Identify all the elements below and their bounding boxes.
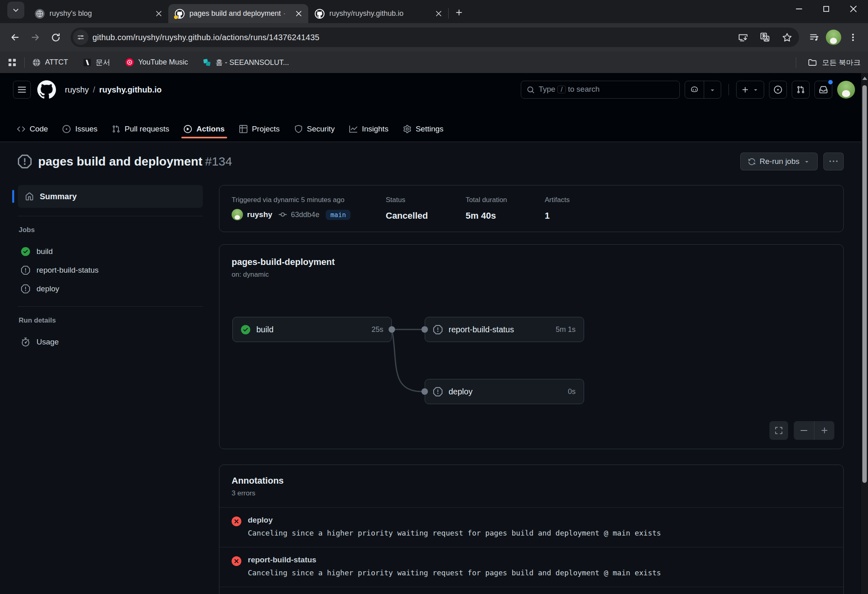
page-scrollbar[interactable] xyxy=(861,73,868,594)
workflow-graph-panel: pages-build-deployment on: dynamic build… xyxy=(219,244,844,449)
tab-strip: ruyshy's blog pages build and deployment… xyxy=(0,0,868,23)
translate-icon[interactable] xyxy=(760,32,770,43)
github-logo[interactable] xyxy=(37,80,56,99)
tab-search-button[interactable] xyxy=(7,2,24,19)
create-new-button[interactable] xyxy=(736,81,764,99)
bookmark-youtube-music[interactable]: YouTube Music xyxy=(125,58,188,67)
breadcrumb-repo[interactable]: ruyshy.github.io xyxy=(99,85,161,95)
sidebar-job-report-build-status[interactable]: report-build-status xyxy=(18,261,203,280)
bookmark-docs[interactable]: 문서 xyxy=(83,58,110,67)
actor-avatar[interactable] xyxy=(232,209,243,220)
back-button[interactable] xyxy=(6,29,24,46)
bookmark-label: 홈 - SEEANNSOLUT... xyxy=(215,58,289,67)
tab-security[interactable]: Security xyxy=(288,125,342,142)
branch-badge[interactable]: main xyxy=(326,210,350,220)
graph-node-deploy[interactable]: deploy 0s xyxy=(425,379,584,404)
run-number: #134 xyxy=(205,155,232,168)
browser-menu-icon[interactable] xyxy=(844,29,862,46)
site-info-icon[interactable] xyxy=(73,30,88,45)
forward-button[interactable] xyxy=(27,29,44,46)
apps-grid-icon[interactable] xyxy=(7,58,17,67)
artifacts-label: Artifacts xyxy=(545,196,569,204)
annotation-job-name[interactable]: deploy xyxy=(248,516,661,525)
browser-toolbar: github.com/ruyshy/ruyshy.github.io/actio… xyxy=(0,23,868,52)
bookmark-seeann-home[interactable]: 홈 - SEEANNSOLUT... xyxy=(202,58,289,67)
edge-dot xyxy=(421,326,428,333)
stop-icon xyxy=(433,325,443,334)
all-bookmarks-label: 모든 북마크 xyxy=(822,58,861,67)
url-text[interactable]: github.com/ruyshy/ruyshy.github.io/actio… xyxy=(92,33,731,42)
maximize-button[interactable] xyxy=(823,5,830,13)
tab-pages-build[interactable]: pages build and deployment· xyxy=(168,4,308,23)
sync-icon xyxy=(748,158,756,166)
new-tab-button[interactable] xyxy=(452,5,466,20)
duration-label: Total duration xyxy=(466,196,545,204)
pull-requests-header-button[interactable] xyxy=(792,81,810,99)
node-duration: 25s xyxy=(372,325,383,334)
tab-close-icon[interactable] xyxy=(294,9,303,19)
sidebar-job-deploy[interactable]: deploy xyxy=(18,280,203,298)
notifications-button[interactable] xyxy=(814,81,832,99)
graph-node-report-build-status[interactable]: report-build-status 5m 1s xyxy=(425,317,584,342)
fullscreen-button[interactable] xyxy=(769,421,788,440)
screen-full-icon xyxy=(775,426,783,435)
globe-icon xyxy=(32,58,41,67)
search-input[interactable]: Type / to search xyxy=(521,81,680,99)
tab-actions[interactable]: Actions xyxy=(177,125,231,142)
plus-icon xyxy=(821,426,829,435)
reload-button[interactable] xyxy=(47,29,64,46)
address-bar[interactable]: github.com/ruyshy/ruyshy.github.io/actio… xyxy=(71,28,799,47)
tab-insights[interactable]: Insights xyxy=(343,125,395,142)
sidebar-item-summary[interactable]: Summary xyxy=(18,185,203,208)
breadcrumb-owner[interactable]: ruyshy xyxy=(65,85,89,95)
issues-header-button[interactable] xyxy=(769,81,787,99)
bookmark-star-icon[interactable] xyxy=(782,32,793,43)
tab-close-icon[interactable] xyxy=(434,9,443,19)
tab-pull-requests[interactable]: Pull requests xyxy=(105,125,176,142)
status-label: Status xyxy=(386,196,466,204)
actor-login[interactable]: ruyshy xyxy=(247,210,272,219)
zoom-in-button[interactable] xyxy=(814,421,834,440)
browser-profile-avatar[interactable] xyxy=(826,30,841,45)
inbox-icon xyxy=(819,86,827,94)
sidebar-item-usage[interactable]: Usage xyxy=(18,333,203,351)
bookmarks-bar: ATTCT 문서 YouTube Music 홈 - SEEANNSOLUT..… xyxy=(0,52,868,73)
sidebar-divider xyxy=(18,306,203,307)
install-app-icon[interactable] xyxy=(738,32,748,43)
copilot-icon[interactable] xyxy=(685,81,704,98)
scrollbar-thumb[interactable] xyxy=(862,85,867,483)
sidebar-job-build[interactable]: build xyxy=(18,242,203,261)
x-circle-icon xyxy=(232,517,241,526)
breadcrumb: ruyshy / ruyshy.github.io xyxy=(65,85,162,95)
edge-dot xyxy=(421,388,428,395)
issue-opened-icon xyxy=(62,125,71,133)
tab-settings[interactable]: Settings xyxy=(397,125,450,142)
duration-column: Total duration 5m 40s xyxy=(466,196,545,221)
commit-sha[interactable]: 63ddb4e xyxy=(291,211,319,219)
edge-dot xyxy=(389,326,395,333)
tab-ruyshys-blog[interactable]: ruyshy's blog xyxy=(28,4,168,23)
run-kebab-menu-button[interactable] xyxy=(823,153,844,170)
github-user-avatar[interactable] xyxy=(837,81,855,99)
annotation-job-name[interactable]: report-build-status xyxy=(248,555,661,564)
hamburger-menu-button[interactable] xyxy=(13,81,31,99)
bookmark-attct[interactable]: ATTCT xyxy=(32,58,68,67)
graph-node-build[interactable]: build 25s xyxy=(232,317,392,342)
tab-close-icon[interactable] xyxy=(154,9,163,19)
tab-issues[interactable]: Issues xyxy=(56,125,104,142)
rerun-jobs-button[interactable]: Re-run jobs xyxy=(740,153,818,170)
tab-projects[interactable]: Projects xyxy=(233,125,286,142)
zoom-controls xyxy=(794,421,834,440)
all-bookmarks[interactable]: 모든 북마크 xyxy=(789,57,861,68)
copilot-dropdown-caret[interactable] xyxy=(704,81,721,98)
tab-title: ruyshy/ruyshy.github.io xyxy=(329,9,429,18)
tab-code[interactable]: Code xyxy=(11,125,54,142)
workflow-graph-canvas[interactable]: build 25s report-build-status 5m 1s depl… xyxy=(219,301,843,449)
close-window-button[interactable] xyxy=(849,5,857,13)
media-controls-icon[interactable] xyxy=(806,29,823,46)
tab-ruyshy-github-io[interactable]: ruyshy/ruyshy.github.io xyxy=(308,4,448,23)
scrollbar-up-arrow[interactable] xyxy=(861,73,868,84)
zoom-out-button[interactable] xyxy=(794,421,814,440)
minimize-button[interactable] xyxy=(795,5,803,13)
graph-controls xyxy=(769,421,834,440)
